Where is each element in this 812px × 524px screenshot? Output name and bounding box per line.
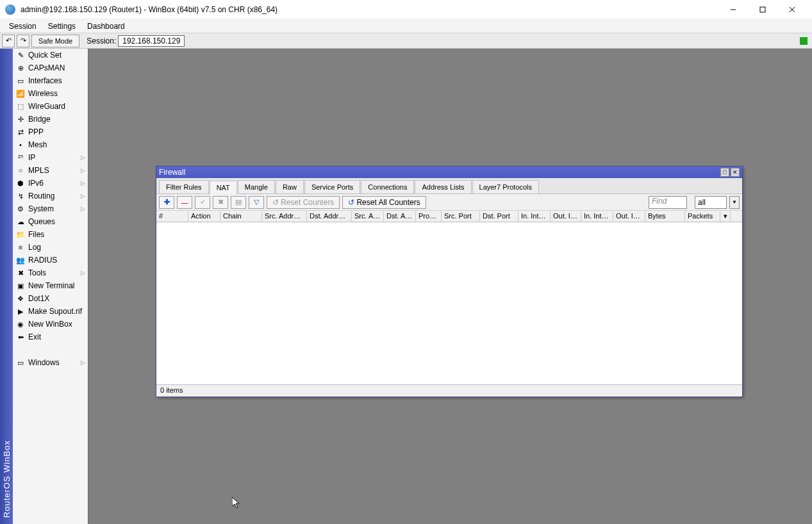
sidebar-item-log[interactable]: ≡Log	[13, 241, 88, 254]
column-header[interactable]: Packets	[685, 211, 720, 222]
column-header[interactable]: Out. Int...	[613, 211, 645, 222]
tab-nat[interactable]: NAT	[210, 181, 237, 194]
firewall-columns: #ActionChainSrc. AddressDst. AddressSrc.…	[156, 211, 742, 222]
firewall-titlebar[interactable]: Firewall □ ✕	[156, 167, 742, 178]
sidebar-label: Tools	[28, 268, 46, 277]
filter-dropdown[interactable]: all	[695, 196, 727, 209]
tab-service-ports[interactable]: Service Ports	[304, 180, 360, 193]
sidebar-label: Log	[28, 243, 41, 252]
column-menu-icon[interactable]: ▾	[720, 211, 731, 222]
close-button[interactable]	[777, 0, 807, 19]
column-header[interactable]: In. Inter...	[518, 211, 551, 222]
column-header[interactable]: Src. Ad...	[352, 211, 384, 222]
column-header[interactable]: Src. Port	[442, 211, 480, 222]
sidebar-icon: ☁	[15, 217, 26, 227]
sidebar-item-bridge[interactable]: ✢Bridge	[13, 113, 88, 126]
tab-mangle[interactable]: Mangle	[238, 180, 275, 193]
column-header[interactable]: In. Inter...	[581, 211, 613, 222]
minimize-button[interactable]	[718, 0, 748, 19]
reset-all-counters-button[interactable]: ↺Reset All Counters	[342, 196, 426, 209]
sidebar-item-new-winbox[interactable]: ◉New WinBox	[13, 318, 88, 331]
sidebar-item-mesh[interactable]: •Mesh	[13, 138, 88, 151]
firewall-max-icon[interactable]: □	[720, 168, 729, 177]
tab-address-lists[interactable]: Address Lists	[415, 180, 471, 193]
column-header[interactable]: Bytes	[645, 211, 685, 222]
column-header[interactable]: Dst. Port	[480, 211, 518, 222]
sidebar-label: Routing	[28, 192, 54, 201]
column-header[interactable]: Src. Address	[262, 211, 307, 222]
session-label: Session:	[87, 37, 116, 45]
sidebar-item-dot1x[interactable]: ❖Dot1X	[13, 292, 88, 305]
sidebar-icon: ✎	[15, 50, 26, 60]
sidebar-item-new-terminal[interactable]: ▣New Terminal	[13, 279, 88, 292]
sidebar-label: MPLS	[28, 166, 49, 175]
sidebar-item-queues[interactable]: ☁Queues	[13, 215, 88, 228]
sidebar-item-make-supout-rif[interactable]: ▶Make Supout.rif	[13, 305, 88, 318]
sidebar-item-quick-set[interactable]: ✎Quick Set	[13, 49, 88, 61]
column-header[interactable]: Proto...	[416, 211, 442, 222]
sidebar-label: New Terminal	[28, 281, 74, 290]
firewall-list[interactable]	[156, 222, 742, 385]
canvas: Firewall □ ✕ Filter RulesNATMangleRawSer…	[88, 49, 812, 524]
sidebar-item-system[interactable]: ⚙System▷	[13, 202, 88, 215]
sidebar-label: WireGuard	[28, 102, 65, 111]
enable-button[interactable]: ✓	[195, 196, 210, 209]
firewall-status: 0 items	[156, 385, 742, 397]
comment-button[interactable]: ▤	[231, 196, 246, 209]
sidebar-item-ipv6[interactable]: ⬢IPv6▷	[13, 177, 88, 190]
filter-dropdown-icon[interactable]: ▼	[729, 196, 740, 209]
sidebar-item-ppp[interactable]: ⇄PPP	[13, 126, 88, 138]
sidebar-item-ip[interactable]: ²⁵IP▷	[13, 151, 88, 164]
firewall-close-icon[interactable]: ✕	[731, 168, 740, 177]
reset-counters-button[interactable]: ↺Reset Counters	[267, 196, 340, 209]
sidebar-item-radius[interactable]: 👥RADIUS	[13, 254, 88, 266]
menu-bar: Session Settings Dashboard	[0, 19, 812, 33]
sidebar-item-capsman[interactable]: ⊕CAPsMAN	[13, 61, 88, 74]
window-title: admin@192.168.150.129 (Router1) - WinBox…	[21, 5, 718, 14]
sidebar-item-routing[interactable]: ↯Routing▷	[13, 190, 88, 202]
tab-layer7-protocols[interactable]: Layer7 Protocols	[472, 180, 540, 193]
sidebar-item-files[interactable]: 📁Files	[13, 228, 88, 241]
tab-raw[interactable]: Raw	[276, 180, 304, 193]
filter-button[interactable]: ▽	[249, 196, 264, 209]
left-rail-text: RouterOS WinBox	[2, 434, 12, 524]
sidebar-item-wireguard[interactable]: ⬚WireGuard	[13, 100, 88, 113]
session-ip[interactable]: 192.168.150.129	[118, 35, 185, 47]
maximize-button[interactable]	[748, 0, 777, 19]
menu-dashboard[interactable]: Dashboard	[82, 20, 130, 32]
sidebar-item-wireless[interactable]: 📶Wireless	[13, 87, 88, 100]
column-header[interactable]: Dst. Address	[307, 211, 352, 222]
sidebar-item-interfaces[interactable]: ▭Interfaces	[13, 74, 88, 87]
column-header[interactable]: Action	[188, 211, 220, 222]
remove-button[interactable]: —	[177, 196, 192, 209]
sidebar-icon: ▣	[15, 281, 26, 291]
sidebar-item-mpls[interactable]: ○MPLS▷	[13, 164, 88, 177]
sidebar-item-exit[interactable]: ⬅Exit	[13, 331, 88, 343]
redo-button[interactable]: ↷	[17, 35, 29, 47]
undo-button[interactable]: ↶	[2, 35, 15, 47]
menu-session[interactable]: Session	[4, 20, 42, 32]
sidebar-item-windows[interactable]: ▭Windows▷	[13, 356, 88, 369]
sidebar-label: CAPsMAN	[28, 63, 65, 72]
cursor-icon	[232, 497, 242, 510]
sidebar-icon: ▭	[15, 76, 26, 86]
firewall-toolbar: ✚ — ✓ ✖ ▤ ▽ ↺Reset Counters ↺Reset All C…	[156, 194, 742, 211]
session-bar: ↶ ↷ Safe Mode Session: 192.168.150.129	[0, 33, 812, 49]
sidebar-label: Mesh	[28, 140, 47, 149]
column-header[interactable]: #	[156, 211, 188, 222]
column-header[interactable]: Out. Int...	[551, 211, 581, 222]
add-button[interactable]: ✚	[159, 196, 174, 209]
sidebar-icon: 📁	[15, 229, 26, 240]
tab-filter-rules[interactable]: Filter Rules	[159, 180, 209, 193]
menu-settings[interactable]: Settings	[43, 20, 81, 32]
tab-connections[interactable]: Connections	[361, 180, 414, 193]
safe-mode-button[interactable]: Safe Mode	[31, 35, 79, 47]
sidebar-icon: ↯	[15, 191, 26, 201]
column-header[interactable]: Chain	[220, 211, 262, 222]
sidebar-label: System	[28, 204, 54, 213]
sidebar-icon: ⊕	[15, 63, 26, 73]
disable-button[interactable]: ✖	[213, 196, 228, 209]
column-header[interactable]: Dst. Ad...	[384, 211, 416, 222]
sidebar-item-tools[interactable]: ✖Tools▷	[13, 266, 88, 279]
find-input[interactable]: Find	[649, 196, 687, 209]
